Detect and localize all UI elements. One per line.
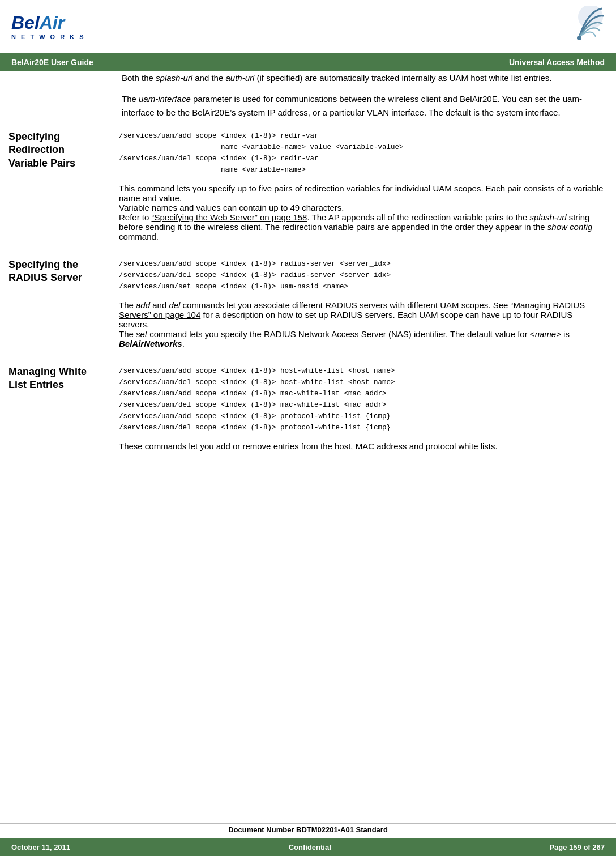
nav-bar-title: BelAir20E User Guide xyxy=(11,58,93,67)
para-white-list-1: These commands let you add or remove ent… xyxy=(119,441,605,451)
doc-number-text: Document Number BDTM02201-A01 Standard xyxy=(228,825,388,834)
content-specifying-radius: /services/uam/add scope <index (1-8)> ra… xyxy=(113,258,616,348)
sidebar-specifying-radius: Specifying the RADIUS Server xyxy=(0,258,113,348)
link-managing-radius[interactable]: “Managing RADIUS Servers” on page 104 xyxy=(119,300,585,320)
footer-date: October 11, 2011 xyxy=(11,843,70,851)
link-web-server[interactable]: “Specifying the Web Server” on page 158 xyxy=(152,212,307,222)
section-specifying-redirection: Specifying Redirection Variable Pairs /s… xyxy=(0,130,616,241)
top-para-1: Both the splash-url and the auth-url (if… xyxy=(122,71,605,84)
sidebar-managing-white-list: Managing White List Entries xyxy=(0,365,113,451)
footer-confidential: Confidential xyxy=(289,843,331,851)
heading-specifying-radius: Specifying the RADIUS Server xyxy=(8,258,105,285)
code-specifying-radius: /services/uam/add scope <index (1-8)> ra… xyxy=(119,258,605,292)
footer-page: Page 159 of 267 xyxy=(549,843,605,851)
para-radius-1: The add and del commands let you associa… xyxy=(119,300,605,329)
para-redir-2: Variable names and values can contain up… xyxy=(119,203,605,212)
top-para-2: The uam-interface parameter is used for … xyxy=(122,92,605,119)
top-content: Both the splash-url and the auth-url (if… xyxy=(0,71,616,119)
page-header: Bel Air N E T W O R K S xyxy=(0,0,616,53)
section-specifying-radius: Specifying the RADIUS Server /services/u… xyxy=(0,258,616,348)
sidebar-specifying-redirection: Specifying Redirection Variable Pairs xyxy=(0,130,113,241)
header-icon xyxy=(554,6,605,47)
content-specifying-redirection: /services/uam/add scope <index (1-8)> re… xyxy=(113,130,616,241)
heading-specifying-redirection: Specifying Redirection Variable Pairs xyxy=(8,130,105,170)
content-managing-white-list: /services/uam/add scope <index (1-8)> ho… xyxy=(113,365,616,451)
nav-bar-section: Universal Access Method xyxy=(509,58,605,67)
logo-block: Bel Air N E T W O R K S xyxy=(11,12,85,40)
code-managing-white-list: /services/uam/add scope <index (1-8)> ho… xyxy=(119,365,605,433)
svg-point-1 xyxy=(577,36,581,40)
logo-networks: N E T W O R K S xyxy=(11,33,85,40)
para-redir-3: Refer to “Specifying the Web Server” on … xyxy=(119,212,605,241)
logo-air: Air xyxy=(40,12,65,33)
para-redir-1: This command lets you specify up to five… xyxy=(119,184,605,203)
logo-bel: Bel xyxy=(11,12,40,33)
logo-area: Bel Air N E T W O R K S xyxy=(11,12,85,40)
para-radius-2: The set command lets you specify the RAD… xyxy=(119,329,605,348)
footer-doc-number: Document Number BDTM02201-A01 Standard xyxy=(0,823,616,836)
heading-managing-white-list: Managing White List Entries xyxy=(8,365,105,392)
nav-bar: BelAir20E User Guide Universal Access Me… xyxy=(0,53,616,71)
code-specifying-redirection: /services/uam/add scope <index (1-8)> re… xyxy=(119,130,605,176)
footer-bar: October 11, 2011 Confidential Page 159 o… xyxy=(0,838,616,856)
section-managing-white-list: Managing White List Entries /services/ua… xyxy=(0,365,616,451)
